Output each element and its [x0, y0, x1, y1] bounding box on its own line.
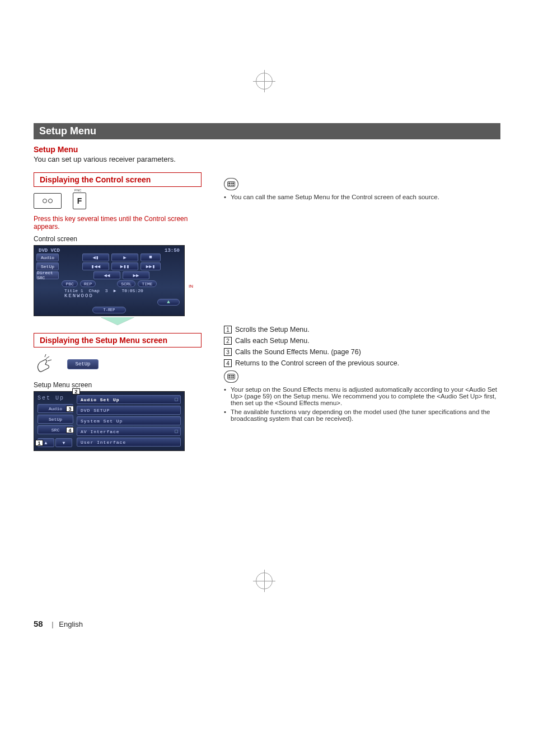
su-left-src[interactable]: SRC 4 [38, 425, 73, 434]
info-title: Title 1 [64, 288, 83, 293]
note-icon-2 [224, 370, 500, 386]
page-number: 58 [34, 619, 43, 628]
info-chap: Chap [89, 288, 100, 293]
setup-menu-screen-mock: Set Up Audio 3 SetUp SRC 4 ▲ ▼ 1 [34, 391, 185, 451]
pill-pbc[interactable]: PBC [62, 280, 77, 287]
fnc-label: FNC [74, 189, 81, 192]
pill-rep[interactable]: REP [80, 280, 96, 287]
su-row-user-interface[interactable]: User Interface [77, 438, 181, 447]
pill-scrl[interactable]: SCRL [117, 280, 135, 287]
su-left-setup[interactable]: SetUp [38, 415, 73, 424]
receiver-icon [34, 193, 62, 209]
side-btn-audio[interactable]: Audio [36, 253, 59, 261]
su-row-audio-setup-label: Audio Set Up [81, 397, 120, 402]
bullet-icon: • [224, 386, 231, 406]
su-left-audio[interactable]: Audio 3 [38, 404, 73, 413]
info-play-icon: ▶ [114, 288, 116, 293]
info-num: 3 [105, 288, 108, 293]
flow-arrow-icon [101, 317, 134, 325]
boxnum-3: 3 [224, 348, 232, 356]
ctrl-stop[interactable]: ■ [140, 253, 161, 261]
bullet-icon: • [224, 194, 231, 200]
bottom-note-2: The available functions vary depending o… [231, 408, 500, 422]
top-note-1: You can call the same Setup Menu for the… [231, 194, 439, 200]
su-left-audio-label: Audio [49, 406, 62, 411]
bullet-icon: • [224, 408, 231, 422]
setup-chip[interactable]: SetUp [67, 359, 99, 369]
numtext-4: Returns to the Control screen of the pre… [235, 359, 500, 367]
su-row-system-setup[interactable]: System Set Up [77, 416, 181, 425]
eject-button[interactable]: ▲ [157, 299, 180, 306]
boxnum-4: 4 [224, 359, 232, 367]
side-btn-setup[interactable]: SetUp [36, 262, 59, 270]
ctrl-ffwd[interactable]: ▶▶ [123, 271, 149, 279]
side-btn-direct-src[interactable]: Direct SRC [36, 271, 59, 279]
info-time: T0:05:20 [121, 288, 143, 293]
numtext-1: Scrolls the Setup Menu. [235, 326, 500, 334]
ctrl-rew[interactable]: ◀◀ [93, 271, 120, 279]
pill-time[interactable]: TIME [138, 280, 156, 287]
callout-3: 3 [66, 406, 74, 412]
callout-1: 1 [35, 440, 43, 446]
f-key-label: F [77, 196, 82, 205]
boxnum-2: 2 [224, 337, 232, 345]
touch-hand-icon [34, 353, 56, 375]
su-row-dvd-setup[interactable]: DVD SETUP [77, 406, 181, 415]
fnc-key-icon: FNC F [73, 192, 86, 209]
page-language: English [59, 620, 83, 628]
panel-title-setup: Displaying the Setup Menu screen [34, 333, 202, 348]
numtext-2: Calls each Setup Menu. [235, 337, 500, 345]
ctrl-pause[interactable]: ▶▮▮ [111, 262, 138, 270]
su-row-av-interface[interactable]: AV Interface [77, 427, 181, 436]
page-footer: 58 | English [34, 619, 500, 628]
boxnum-1: 1 [224, 326, 232, 334]
brand-label: KENWOOD [36, 293, 182, 299]
su-left-src-label: SRC [51, 428, 59, 433]
control-instruction: Press this key several times until the C… [34, 215, 202, 231]
subheading: Setup Menu [34, 145, 500, 154]
su-row-audio-setup[interactable]: Audio Set Up [77, 395, 181, 404]
su-scroll-down[interactable]: ▼ [55, 438, 72, 447]
su-header: Set Up [38, 395, 73, 401]
callout-2: 2 [72, 388, 80, 395]
intro-text: You can set up various receiver paramete… [34, 155, 500, 163]
ctrl-step-back[interactable]: ◀▮ [82, 253, 109, 261]
numtext-3: Calls the Sound Effects Menu. (page 76) [235, 348, 500, 356]
setup-screen-label: Setup Menu screen [34, 381, 202, 389]
control-screen-label: Control screen [34, 235, 202, 243]
ctrl-prev[interactable]: ▮◀◀ [82, 262, 109, 270]
ctrl-play[interactable]: ▶ [111, 253, 138, 261]
in-indicator: IN [189, 284, 193, 289]
note-icon [224, 178, 500, 194]
su-row-av-interface-label: AV Interface [81, 429, 120, 434]
panel-title-control: Displaying the Control screen [34, 172, 202, 187]
trep-pill[interactable]: T-REP [92, 307, 126, 313]
section-bar: Setup Menu [34, 123, 500, 139]
device-icon-row: FNC F [34, 192, 202, 209]
source-label: DVD VCD [39, 248, 60, 253]
callout-4: 4 [66, 427, 74, 433]
control-screen-mock: DVD VCD 13:50 Audio SetUp Direct SRC ◀▮ … [34, 245, 185, 316]
bottom-note-1: Your setup on the Sound Effects menu is … [231, 386, 500, 406]
ctrl-next[interactable]: ▶▶▮ [140, 262, 161, 270]
clock-label: 13:50 [165, 248, 180, 253]
